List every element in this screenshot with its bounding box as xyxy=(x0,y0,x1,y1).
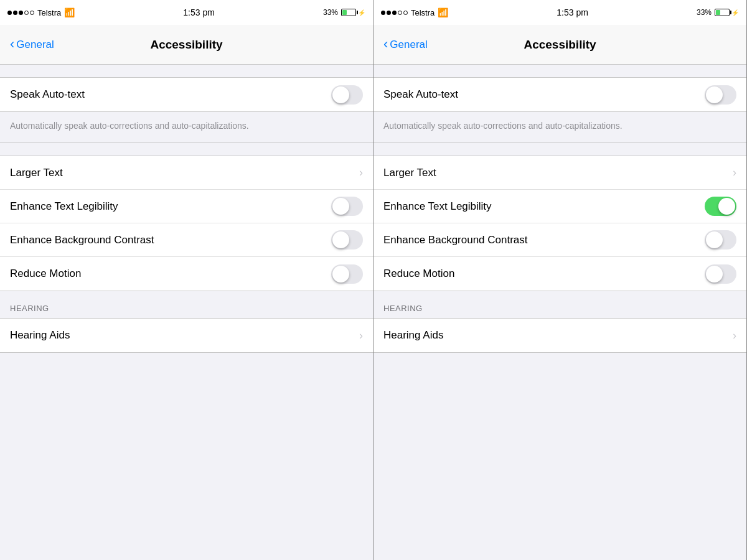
wifi-icon-right: 📶 xyxy=(438,7,448,17)
back-chevron-right: ‹ xyxy=(383,37,388,51)
bolt-left: ⚡ xyxy=(358,9,365,16)
right-panel: Telstra 📶 1:53 pm 33% ⚡ ‹ General Access… xyxy=(374,0,747,560)
enhance-text-label-left: Enhance Text Legibility xyxy=(10,200,118,213)
speak-autotext-item-left[interactable]: Speak Auto-text xyxy=(0,78,373,111)
nav-bar-right: ‹ General Accessibility xyxy=(374,25,746,65)
hearing-aids-item-left[interactable]: Hearing Aids › xyxy=(0,319,373,352)
battery-percent-right: 33% xyxy=(697,8,712,17)
signal-dot-2 xyxy=(13,11,17,15)
enhance-text-toggle-right[interactable] xyxy=(705,197,736,216)
back-button-right[interactable]: ‹ General xyxy=(383,39,428,51)
larger-text-chevron-right: › xyxy=(733,166,736,179)
signal-dot-4 xyxy=(24,11,29,15)
signal-dot-3 xyxy=(19,11,23,15)
reduce-motion-item-left[interactable]: Reduce Motion xyxy=(0,257,373,291)
back-label-right: General xyxy=(390,39,427,51)
hearing-aids-label-left: Hearing Aids xyxy=(10,329,70,342)
enhance-text-label-right: Enhance Text Legibility xyxy=(383,200,492,213)
larger-text-label-left: Larger Text xyxy=(10,167,63,179)
hearing-header-left: HEARING xyxy=(0,291,373,318)
hearing-header-right: HEARING xyxy=(374,291,746,318)
back-button-left[interactable]: ‹ General xyxy=(10,39,54,51)
speak-autotext-toggle-left[interactable] xyxy=(331,85,363,105)
signal-left xyxy=(7,11,34,15)
reduce-motion-item-right[interactable]: Reduce Motion xyxy=(374,257,746,291)
reduce-motion-label-right: Reduce Motion xyxy=(383,268,454,280)
signal-dot-5 xyxy=(30,11,34,15)
speak-autotext-item-right[interactable]: Speak Auto-text xyxy=(374,78,746,111)
nav-bar-left: ‹ General Accessibility xyxy=(0,25,373,65)
text-group-left: Larger Text › Enhance Text Legibility En… xyxy=(0,156,373,291)
battery-percent-left: 33% xyxy=(323,8,338,17)
hearing-aids-chevron-left: › xyxy=(359,329,363,342)
battery-right: ⚡ xyxy=(715,9,739,16)
speak-desc-text-left: Automatically speak auto-corrections and… xyxy=(10,121,249,131)
reduce-motion-label-left: Reduce Motion xyxy=(10,268,81,280)
back-chevron-left: ‹ xyxy=(10,37,14,51)
speak-desc-right: Automatically speak auto-corrections and… xyxy=(374,112,746,143)
enhance-bg-toggle-left[interactable] xyxy=(331,230,363,250)
left-panel: Telstra 📶 1:53 pm 33% ⚡ ‹ General Access… xyxy=(0,0,374,560)
speak-desc-left: Automatically speak auto-corrections and… xyxy=(0,112,373,143)
reduce-motion-toggle-left[interactable] xyxy=(331,264,363,284)
speak-group-right: Speak Auto-text xyxy=(374,77,746,112)
settings-content-right: Speak Auto-text Automatically speak auto… xyxy=(374,65,746,560)
speak-desc-text-right: Automatically speak auto-corrections and… xyxy=(383,121,622,131)
larger-text-label-right: Larger Text xyxy=(383,167,436,179)
signal-dot-r5 xyxy=(403,11,408,15)
status-bar-left: Telstra 📶 1:53 pm 33% ⚡ xyxy=(0,0,373,25)
enhance-bg-item-left[interactable]: Enhance Background Contrast xyxy=(0,223,373,257)
status-bar-right: Telstra 📶 1:53 pm 33% ⚡ xyxy=(374,0,746,25)
battery-left: ⚡ xyxy=(341,9,365,16)
enhance-bg-label-right: Enhance Background Contrast xyxy=(383,234,528,246)
enhance-bg-item-right[interactable]: Enhance Background Contrast xyxy=(374,223,746,257)
hearing-aids-label-right: Hearing Aids xyxy=(383,329,443,342)
signal-dot-r2 xyxy=(387,11,391,15)
signal-dot-r1 xyxy=(381,11,385,15)
speak-group-left: Speak Auto-text xyxy=(0,77,373,112)
enhance-text-toggle-left[interactable] xyxy=(331,197,363,216)
bolt-right: ⚡ xyxy=(731,9,739,16)
hearing-aids-item-right[interactable]: Hearing Aids › xyxy=(374,319,746,352)
larger-text-chevron-left: › xyxy=(359,166,363,179)
speak-autotext-toggle-right[interactable] xyxy=(705,85,736,105)
settings-content-left: Speak Auto-text Automatically speak auto… xyxy=(0,65,373,560)
text-group-right: Larger Text › Enhance Text Legibility En… xyxy=(374,156,746,291)
reduce-motion-toggle-right[interactable] xyxy=(705,264,736,284)
time-left: 1:53 pm xyxy=(183,7,215,17)
hearing-group-right: Hearing Aids › xyxy=(374,318,746,353)
enhance-text-item-right[interactable]: Enhance Text Legibility xyxy=(374,190,746,223)
carrier-left: Telstra xyxy=(37,8,61,17)
hearing-group-left: Hearing Aids › xyxy=(0,318,373,353)
signal-dot-r4 xyxy=(398,11,402,15)
page-title-left: Accessibility xyxy=(150,38,222,52)
back-label-left: General xyxy=(16,39,54,51)
carrier-right: Telstra xyxy=(411,8,435,17)
signal-dot-r3 xyxy=(392,11,397,15)
enhance-text-item-left[interactable]: Enhance Text Legibility xyxy=(0,190,373,223)
hearing-aids-chevron-right: › xyxy=(733,329,736,342)
larger-text-item-right[interactable]: Larger Text › xyxy=(374,156,746,190)
larger-text-item-left[interactable]: Larger Text › xyxy=(0,156,373,190)
time-right: 1:53 pm xyxy=(557,7,588,17)
wifi-icon-left: 📶 xyxy=(64,7,75,17)
speak-autotext-label-right: Speak Auto-text xyxy=(383,88,458,101)
speak-autotext-label-left: Speak Auto-text xyxy=(10,88,85,101)
signal-dot-1 xyxy=(7,11,12,15)
enhance-bg-label-left: Enhance Background Contrast xyxy=(10,234,154,246)
enhance-bg-toggle-right[interactable] xyxy=(705,230,736,250)
signal-right xyxy=(381,11,408,15)
page-title-right: Accessibility xyxy=(524,38,596,52)
